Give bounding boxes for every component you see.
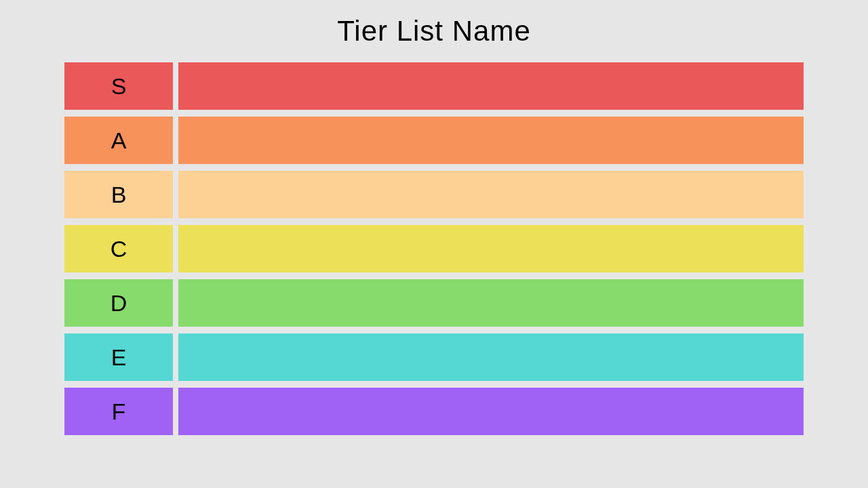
tier-label-c[interactable]: C: [64, 225, 173, 272]
tier-row-e: E: [64, 333, 804, 381]
tier-content-b[interactable]: [178, 171, 804, 218]
tier-content-d[interactable]: [178, 279, 804, 327]
tier-list: S A B C D E F: [64, 62, 804, 435]
tier-label-a[interactable]: A: [64, 117, 173, 164]
tier-row-f: F: [64, 388, 804, 435]
tier-label-f[interactable]: F: [64, 388, 173, 435]
tier-content-f[interactable]: [178, 388, 804, 435]
tier-label-s[interactable]: S: [64, 62, 173, 110]
tier-row-a: A: [64, 117, 804, 164]
tier-row-c: C: [64, 225, 804, 272]
page-title: Tier List Name: [337, 15, 531, 47]
tier-content-a[interactable]: [178, 117, 804, 164]
tier-label-d[interactable]: D: [64, 279, 173, 327]
tier-row-b: B: [64, 171, 804, 218]
tier-row-d: D: [64, 279, 804, 327]
tier-label-e[interactable]: E: [64, 333, 173, 381]
tier-content-c[interactable]: [178, 225, 804, 272]
tier-row-s: S: [64, 62, 804, 110]
tier-content-s[interactable]: [178, 62, 804, 110]
tier-label-b[interactable]: B: [64, 171, 173, 218]
tier-content-e[interactable]: [178, 333, 804, 381]
